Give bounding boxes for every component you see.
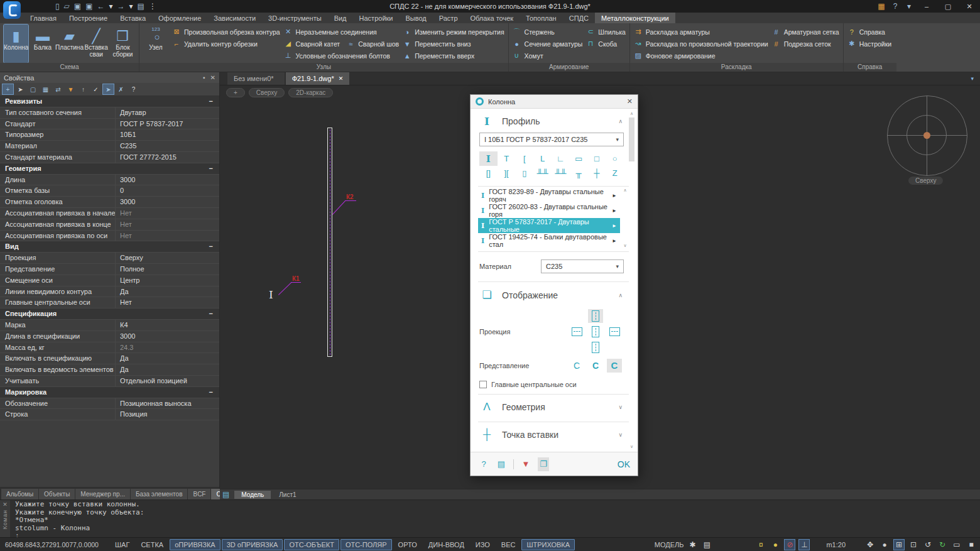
profile-type-icon[interactable]: Т	[498, 151, 516, 166]
representation-simplified-icon[interactable]: С	[588, 359, 603, 373]
ribbon-tab[interactable]: 3D-инструменты	[262, 13, 328, 23]
ribbon-small-button[interactable]: ≈ Сварной шов	[346, 39, 399, 48]
pin-icon[interactable]: ▪	[203, 74, 205, 81]
selection-tool-icon[interactable]: +	[3, 84, 13, 94]
quick-access-icon[interactable]: ▾	[109, 0, 113, 13]
dialog-footer-icon[interactable]	[513, 459, 514, 469]
navigation-icon[interactable]: ⊞	[893, 539, 905, 550]
projection-right-icon[interactable]	[607, 325, 622, 339]
dialog-footer-icon[interactable]: ▼	[520, 457, 531, 471]
chevron-up-icon[interactable]: ∧	[618, 118, 623, 124]
ribbon-small-button[interactable]: ↝ Раскладка по произвольной траектории	[634, 39, 768, 48]
titlebar-icon[interactable]: ▾	[902, 0, 916, 13]
mode-toggle-button[interactable]: 3D оПРИВЯЗКА	[222, 539, 283, 550]
property-row[interactable]: Смещение оси Центр	[0, 275, 219, 286]
ribbon-big-button[interactable]: ▬ Балка	[30, 25, 55, 63]
status-icon[interactable]: ✱	[687, 539, 698, 550]
panel-close-icon[interactable]: ✕	[3, 501, 8, 508]
property-row[interactable]: Тип составного сечения Двутавр	[0, 107, 219, 119]
chevron-down-icon[interactable]: ∨	[618, 404, 623, 410]
quick-access-icon[interactable]: ▣	[85, 0, 92, 13]
chevron-up-icon[interactable]: ∧	[618, 292, 623, 298]
quick-access-icon[interactable]: ▣	[74, 0, 81, 13]
axes-checkbox[interactable]	[479, 381, 487, 388]
ribbon-small-button[interactable]: # Подрезка сеток	[772, 39, 839, 48]
leader-line-k2[interactable]	[332, 200, 346, 215]
quick-access-icon[interactable]: ▯	[55, 0, 60, 13]
ribbon-tab[interactable]: Зависимости	[207, 13, 262, 23]
ribbon-small-button[interactable]: ▨ Фоновое армирование	[634, 51, 768, 60]
selection-tool-icon[interactable]: ▢	[28, 84, 38, 94]
dialog-scrollbar[interactable]: ∧ ∨	[628, 111, 636, 449]
profile-type-icon[interactable]: []	[479, 166, 498, 180]
ribbon-small-button[interactable]: ✱ Настройки	[847, 39, 892, 48]
expand-arrow-icon[interactable]: ►	[612, 238, 617, 244]
layout-tab[interactable]: Модель	[234, 491, 271, 499]
ribbon-small-button[interactable]: ▲ Переместить вверх	[403, 51, 504, 60]
dialog-footer-icon[interactable]: ▤	[496, 457, 507, 471]
ribbon-big-button[interactable]: ▮ Колонна	[4, 25, 28, 63]
ribbon-tab[interactable]: Топоплан	[520, 13, 563, 23]
panel-tab[interactable]: Объекты	[39, 489, 75, 499]
collapse-icon[interactable]: −	[209, 243, 213, 250]
mode-toggle-button[interactable]: СЕТКА	[136, 539, 168, 550]
mode-toggle-button[interactable]: ОТС-ОБЪЕКТ	[284, 539, 339, 550]
ribbon-tab[interactable]: Металлоконструкции	[595, 13, 675, 23]
display-section-header[interactable]: ❏ Отображение ∧	[479, 282, 624, 307]
ribbon-small-button[interactable]: ◢ Сварной катет	[284, 39, 340, 48]
profile-type-icon[interactable]: ∟	[552, 151, 570, 166]
property-row[interactable]: Ассоциативная привязка в конце Нет	[0, 219, 219, 231]
navigation-icon[interactable]: ●	[879, 539, 890, 550]
standard-list-item[interactable]: I ГОСТ 19425-74 - Балки двутавровые стал…	[478, 233, 620, 248]
profile-type-icon[interactable]: ▭	[570, 151, 588, 166]
selection-tool-icon[interactable]: ✗	[116, 84, 126, 94]
ribbon-tab[interactable]: Главная	[24, 13, 63, 23]
property-row[interactable]: Линии невидимого контура Да	[0, 286, 219, 298]
standard-list-item[interactable]: I ГОСТ 8239-89 - Двутавры стальные горяч…	[478, 188, 620, 203]
ribbon-small-button[interactable]: # Арматурная сетка	[772, 27, 839, 36]
panel-tab[interactable]: Менеджер пр...	[75, 489, 130, 499]
projection-front-icon[interactable]	[588, 325, 603, 339]
property-row[interactable]: Типоразмер 10Б1	[0, 129, 219, 141]
navigation-icon[interactable]: ⊡	[908, 539, 919, 550]
panel-tab[interactable]: Альбомы	[1, 489, 38, 499]
property-row[interactable]: Обозначение Позиционная выноска	[0, 398, 219, 410]
column-outline[interactable]	[327, 128, 332, 357]
property-row[interactable]: Главные центральные оси Нет	[0, 297, 219, 308]
ribbon-tab[interactable]: Вставка	[114, 13, 152, 23]
property-row[interactable]: Вид −	[0, 241, 219, 253]
representation-contour-icon[interactable]: С	[569, 359, 584, 373]
dialog-footer-icon[interactable]: ❐	[538, 457, 549, 471]
app-logo-icon[interactable]	[3, 1, 21, 19]
property-row[interactable]: Масса ед, кг 24.3	[0, 342, 219, 354]
quick-access-icon[interactable]: ▤	[138, 0, 144, 13]
property-row[interactable]: Строка Позиция	[0, 409, 219, 420]
model-space-label[interactable]: МОДЕЛЬ	[655, 541, 684, 548]
mode-toggle-button[interactable]: ШАГ	[110, 539, 134, 550]
annotation-scale[interactable]: m1:20	[826, 541, 846, 548]
mark-label-k1[interactable]: К1	[292, 275, 300, 282]
scroll-down-icon[interactable]: ∨	[630, 444, 633, 449]
dialog-close-icon[interactable]: ✕	[627, 97, 633, 106]
property-row[interactable]: Ассоциативная привязка по оси Нет	[0, 231, 219, 242]
document-tab[interactable]: Ф21.9-1.dwg* ✕	[286, 72, 350, 85]
selection-tool-icon[interactable]: ▦	[40, 84, 51, 94]
wheel-view-label[interactable]: Сверху	[908, 177, 943, 185]
scroll-down-icon[interactable]: ∨	[623, 243, 626, 248]
property-row[interactable]: Материал С235	[0, 141, 219, 152]
ribbon-big-button[interactable]: ▰ Пластина	[57, 25, 82, 63]
ribbon-tab[interactable]: СПДС	[563, 13, 595, 23]
collapse-icon[interactable]: −	[209, 388, 213, 396]
mode-toggle-button[interactable]: ВЕС	[496, 539, 521, 550]
mode-toggle-button[interactable]: ИЗО	[471, 539, 495, 550]
ribbon-small-button[interactable]: ⊠ Произвольная обрезка контура	[172, 27, 280, 36]
collapse-icon[interactable]: −	[209, 310, 213, 317]
view-control-pill[interactable]: +	[226, 88, 245, 97]
profile-type-icon[interactable]: Z	[606, 166, 624, 180]
quick-access-icon[interactable]: ←	[97, 0, 105, 13]
scrollbar-thumb[interactable]	[629, 117, 634, 161]
expand-arrow-icon[interactable]: ►	[612, 223, 617, 229]
status-icon[interactable]: ⊥	[798, 539, 810, 550]
ribbon-small-button[interactable]: ▼ Переместить вниз	[403, 39, 504, 48]
expand-arrow-icon[interactable]: ►	[612, 208, 617, 214]
